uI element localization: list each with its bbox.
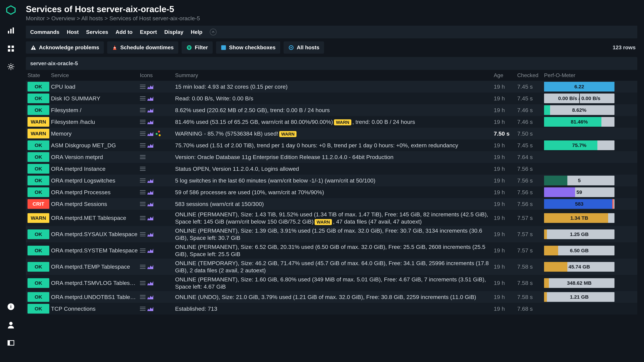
all-hosts-button[interactable]: All hosts xyxy=(284,41,324,54)
logo[interactable] xyxy=(6,5,16,16)
menu-commands[interactable]: Commands xyxy=(30,29,59,35)
menu-icon[interactable] xyxy=(140,155,146,159)
menu-icon[interactable] xyxy=(140,132,146,136)
graph-icon[interactable] xyxy=(147,306,153,311)
service-name[interactable]: ORA metprd.TEMP Tablespace xyxy=(51,264,138,270)
state-badge[interactable]: OK xyxy=(28,262,49,272)
service-name[interactable]: ASM Diskgroup MET_DG xyxy=(51,142,138,149)
service-name[interactable]: ORA metprd.SYSAUX Tablespace xyxy=(51,231,138,238)
gear-icon[interactable] xyxy=(7,63,15,71)
service-name[interactable]: Memory xyxy=(51,130,138,137)
col-summary[interactable]: Summary xyxy=(175,72,492,78)
menu-icon[interactable] xyxy=(140,249,146,253)
menu-display[interactable]: Display xyxy=(164,29,184,35)
menu-icon[interactable] xyxy=(140,190,146,194)
menu-export[interactable]: Export xyxy=(140,29,157,35)
acknowledge-button[interactable]: Acknowledge problems xyxy=(26,41,104,54)
state-badge[interactable]: OK xyxy=(28,304,49,314)
graph-icon[interactable] xyxy=(147,281,153,285)
menu-icon[interactable] xyxy=(140,85,146,89)
service-name[interactable]: ORA metprd.UNDOTBS1 Tablespace xyxy=(51,294,138,300)
state-badge[interactable]: OK xyxy=(28,93,49,103)
menu-icon[interactable] xyxy=(140,108,146,112)
menu-icon[interactable] xyxy=(140,178,146,183)
graph-icon[interactable] xyxy=(147,190,153,195)
service-name[interactable]: ORA metprd Sessions xyxy=(51,201,138,207)
graph-icon[interactable] xyxy=(147,84,153,89)
graph-icon[interactable] xyxy=(147,265,153,269)
state-badge[interactable]: OK xyxy=(28,229,49,239)
service-name[interactable]: ORA metprd.TSMVLOG Tablespace xyxy=(51,280,138,286)
expand-toggle-icon[interactable] xyxy=(210,29,216,35)
menu-icon[interactable] xyxy=(140,216,146,220)
service-name[interactable]: ORA metprd Instance xyxy=(51,166,138,172)
menu-services[interactable]: Services xyxy=(86,29,108,35)
state-badge[interactable]: OK xyxy=(28,164,49,174)
menu-help[interactable]: Help xyxy=(191,29,202,35)
show-checkboxes-button[interactable]: Show checkboxes xyxy=(216,41,280,54)
menu-icon[interactable] xyxy=(140,307,146,311)
menu-icon[interactable] xyxy=(140,232,146,236)
grid-icon[interactable] xyxy=(7,44,15,53)
state-badge[interactable]: OK xyxy=(28,152,49,162)
schedule-downtime-button[interactable]: Schedule downtimes xyxy=(107,41,178,54)
col-checked[interactable]: Checked xyxy=(517,72,542,78)
service-name[interactable]: CPU load xyxy=(51,83,138,90)
menu-icon[interactable] xyxy=(140,295,146,299)
state-badge[interactable]: OK xyxy=(28,278,49,288)
graph-icon[interactable] xyxy=(147,178,153,183)
menu-icon[interactable] xyxy=(140,167,146,171)
graph-icon[interactable] xyxy=(147,295,153,299)
state-badge[interactable]: OK xyxy=(28,140,49,150)
graph-icon[interactable] xyxy=(147,119,153,124)
host-group-header[interactable]: server-aix-oracle-5 xyxy=(26,57,637,70)
state-badge[interactable]: OK xyxy=(28,105,49,115)
state-badge[interactable]: WARN xyxy=(28,129,49,138)
service-name[interactable]: ORA metprd Logswitches xyxy=(51,177,138,184)
graph-icon[interactable] xyxy=(147,96,153,101)
col-age[interactable]: Age xyxy=(494,72,516,78)
menu-icon[interactable] xyxy=(140,281,146,285)
user-icon[interactable] xyxy=(7,321,15,329)
status-dots-icon[interactable] xyxy=(155,131,161,137)
menu-icon[interactable] xyxy=(140,120,146,124)
service-name[interactable]: Filesystem / xyxy=(51,107,138,113)
state-badge[interactable]: WARN xyxy=(28,117,49,127)
menu-icon[interactable] xyxy=(140,143,146,147)
graph-icon[interactable] xyxy=(147,216,153,220)
state-badge[interactable]: OK xyxy=(28,246,49,255)
graph-icon[interactable] xyxy=(147,108,153,112)
state-badge[interactable]: OK xyxy=(28,187,49,197)
info-icon[interactable]: i xyxy=(7,303,15,311)
state-badge[interactable]: CRIT xyxy=(28,199,49,209)
service-name[interactable]: ORA metprd Processes xyxy=(51,189,138,196)
state-badge[interactable]: OK xyxy=(28,176,49,185)
menu-host[interactable]: Host xyxy=(67,29,79,35)
state-badge[interactable]: OK xyxy=(28,82,49,91)
state-badge[interactable]: OK xyxy=(28,292,49,302)
graph-icon[interactable] xyxy=(147,202,153,206)
menu-icon[interactable] xyxy=(140,96,146,100)
state-badge[interactable]: WARN xyxy=(28,213,49,223)
graph-icon[interactable] xyxy=(147,143,153,148)
col-service[interactable]: Service xyxy=(51,72,138,78)
filter-button[interactable]: Filter xyxy=(182,41,212,54)
service-name[interactable]: TCP Connections xyxy=(51,306,138,312)
menu-add-to[interactable]: Add to xyxy=(116,29,132,35)
menu-icon[interactable] xyxy=(140,202,146,206)
service-name[interactable]: Disk IO SUMMARY xyxy=(51,95,138,102)
graph-icon[interactable] xyxy=(147,131,153,136)
col-icons[interactable]: Icons xyxy=(140,72,174,78)
bar-chart-icon[interactable] xyxy=(7,26,15,34)
col-state[interactable]: State xyxy=(28,72,49,78)
col-perf[interactable]: Perf-O-Meter xyxy=(544,72,614,78)
service-name[interactable]: ORA metprd.MET Tablespace xyxy=(51,215,138,221)
panel-toggle-icon[interactable] xyxy=(7,339,15,347)
graph-icon[interactable] xyxy=(147,248,153,253)
service-name[interactable]: Filesystem /haclu xyxy=(51,119,138,125)
breadcrumb[interactable]: Monitor > Overview > All hosts > Service… xyxy=(26,15,637,22)
service-name[interactable]: ORA metprd.SYSTEM Tablespace xyxy=(51,247,138,254)
graph-icon[interactable] xyxy=(147,232,153,237)
service-name[interactable]: ORA Version metprd xyxy=(51,154,138,160)
menu-icon[interactable] xyxy=(140,265,146,269)
